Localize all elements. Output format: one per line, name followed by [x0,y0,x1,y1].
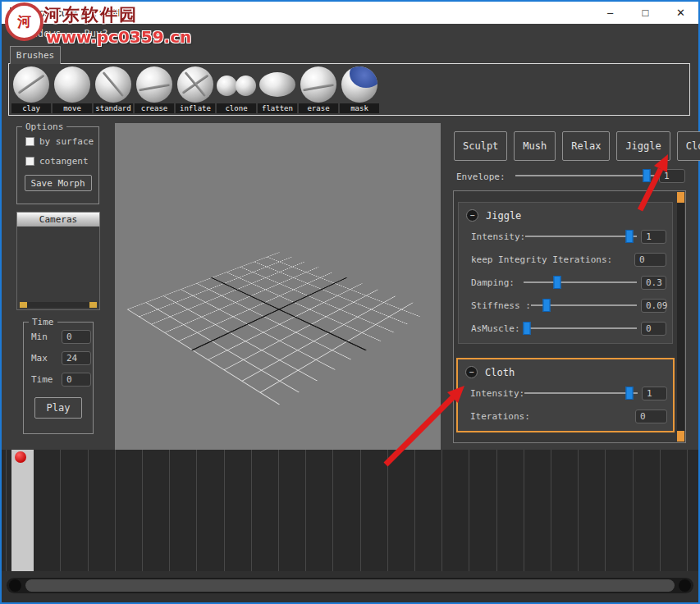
brush-label: mask [340,103,379,113]
save-morph-button[interactable]: Save Morph [25,175,92,191]
brush-mask[interactable]: mask [339,65,380,114]
cameras-scrollbar[interactable] [20,302,97,308]
brush-flatten[interactable]: flatten [257,65,298,114]
cameras-scroll-left[interactable] [20,302,27,308]
cloth-intensity-label: Intensity: [470,388,524,399]
timeline-current-frame-column[interactable] [11,450,34,571]
cloth-intensity-slider[interactable] [524,387,638,400]
cloth-iterations-value[interactable]: 0 [635,410,667,423]
flatten-brush-icon [259,72,295,97]
tab-relax[interactable]: Relax [562,131,610,161]
panel-scroll-up[interactable] [677,192,684,203]
viewport-3d[interactable] [115,123,441,450]
tab-brushes[interactable]: Brushes [10,46,61,64]
min-row: Min 0 [31,330,93,344]
envelope-label: Envelope: [456,172,506,182]
scrollbar-left-knob[interactable] [9,579,21,592]
cameras-list[interactable] [16,226,100,310]
by-surface-checkbox-row[interactable]: by surface [25,136,98,147]
options-legend: Options [22,121,66,132]
stiffness-row: Stiffness : 0.09 [459,294,672,317]
brush-standard[interactable]: standard [93,65,134,114]
damping-slider[interactable] [524,276,637,289]
timeline-playhead[interactable] [15,451,26,463]
window-controls: – □ ✕ [592,2,698,24]
cotangent-checkbox[interactable] [25,157,34,166]
brush-clay[interactable]: clay [11,65,52,114]
play-button[interactable]: Play [34,397,82,419]
brush-crease[interactable]: crease [134,65,175,114]
slider-track [524,281,637,283]
envelope-slider[interactable] [515,169,657,182]
asmuscle-label: AsMuscle: [471,323,520,334]
damping-value[interactable]: 0.3 [641,276,666,290]
timeline-horizontal-scrollbar[interactable] [7,578,693,593]
jiggle-intensity-value[interactable]: 1 [641,230,666,244]
tab-mush[interactable]: Mush [514,131,556,161]
minimize-button[interactable]: – [592,2,628,24]
brush-label: flatten [258,103,297,113]
envelope-slider-track [515,175,657,176]
scrollbar-handle[interactable] [25,579,675,592]
time-group: Time Min 0 Max 24 Time 0 Play [23,322,94,434]
cameras-header[interactable]: Cameras [16,212,100,227]
slider-thumb[interactable] [554,276,561,289]
move-brush-icon [54,66,90,103]
brush-clone[interactable]: clone [216,65,257,114]
damping-label: Damping: [471,277,515,288]
standard-brush-icon [95,66,131,103]
close-button[interactable]: ✕ [663,2,698,24]
envelope-slider-thumb[interactable] [643,169,650,182]
stiffness-slider[interactable] [531,299,637,312]
time-label: Time [31,374,56,385]
jiggle-intensity-slider[interactable] [525,230,637,243]
timeline[interactable] [2,450,698,571]
keep-integrity-value[interactable]: 0 [634,253,666,267]
tab-sculpt[interactable]: Sculpt [454,131,507,161]
panel-scrollbar[interactable] [677,192,684,442]
max-label: Max [31,353,56,364]
cotangent-checkbox-row[interactable]: cotangent [25,156,98,167]
by-surface-label: by surface [39,136,94,147]
options-group: Options by surface cotangent Save Morph [16,126,99,204]
time-field[interactable]: 0 [62,373,91,387]
collapse-icon[interactable]: − [466,209,478,222]
tab-cloth[interactable]: Cloth [677,131,700,161]
cloth-intensity-value[interactable]: 1 [642,387,667,400]
min-field[interactable]: 0 [62,330,91,344]
asmuscle-value[interactable]: 0 [641,322,666,336]
stiffness-value[interactable]: 0.09 [641,299,666,313]
by-surface-checkbox[interactable] [25,137,34,146]
erase-brush-icon [300,66,336,103]
tab-jiggle[interactable]: Jiggle [616,131,670,161]
brush-label: inflate [176,103,215,113]
crease-brush-icon [136,66,172,103]
envelope-value[interactable]: 1 [659,169,685,183]
brush-erase[interactable]: erase [298,65,339,114]
bottom-bar [2,571,698,602]
maximize-button[interactable]: □ [628,2,663,24]
slider-track [525,236,637,237]
cameras-scroll-right[interactable] [89,302,97,308]
max-field[interactable]: 24 [62,351,91,365]
asmuscle-slider[interactable] [524,322,637,335]
brush-label: clone [217,103,256,113]
slider-thumb[interactable] [626,387,634,400]
max-row: Max 24 [31,351,93,365]
clay-brush-icon [13,66,49,103]
slider-thumb[interactable] [625,230,633,243]
brush-inflate[interactable]: inflate [175,65,216,114]
app-window: Shot Sculpt 1.0: untitled – □ ✕ Windows … [0,0,700,604]
brush-label: erase [299,103,338,113]
jiggle-section-header: − Jiggle [459,203,672,225]
time-row: Time 0 [31,373,93,387]
cloth-section: − Cloth Intensity: 1 Iterations: 0 [456,358,675,432]
panel-scroll-down[interactable] [677,431,684,442]
scrollbar-right-knob[interactable] [679,579,691,592]
collapse-icon[interactable]: − [465,366,478,378]
keep-integrity-label: keep Integrity Iterations: [471,254,612,265]
brush-move[interactable]: move [52,65,93,114]
slider-thumb[interactable] [524,322,531,335]
slider-thumb[interactable] [543,299,551,312]
brush-label: clay [11,103,51,113]
